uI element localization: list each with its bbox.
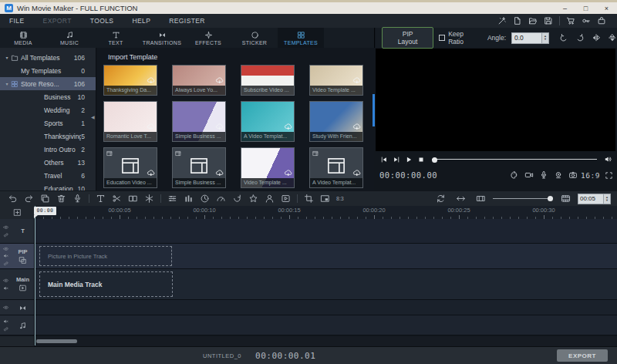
portrait-button[interactable]: [261, 194, 278, 204]
tool-divider[interactable]: [86, 194, 93, 203]
template-card[interactable]: A Video Templat...: [241, 101, 295, 142]
sidebar-item-education[interactable]: Education 10: [0, 182, 96, 190]
tab-transitions[interactable]: TRANSITIONS: [139, 28, 185, 48]
tool-divider[interactable]: [157, 194, 164, 203]
bag-icon[interactable]: [597, 16, 606, 25]
zoom-slider-thumb[interactable]: [548, 196, 553, 201]
aspect-ratio-display[interactable]: 16:9: [581, 171, 600, 180]
manage-tracks-button[interactable]: [0, 206, 35, 219]
track-header[interactable]: [0, 300, 35, 315]
track-lane[interactable]: Picture in Picture Track: [35, 244, 617, 268]
download-cloud-icon[interactable]: [284, 76, 292, 85]
seek-slider[interactable]: [432, 156, 597, 163]
sidebar-item-others[interactable]: Others 13: [0, 156, 96, 169]
menu-register[interactable]: REGISTER: [160, 17, 214, 25]
sidebar-item-store-resources[interactable]: ▾ Store Reso... 106: [0, 77, 96, 90]
eye-icon[interactable]: [3, 224, 9, 231]
track-header[interactable]: Main: [0, 269, 35, 299]
track-lane[interactable]: [35, 300, 617, 315]
magic-wand-icon[interactable]: [497, 16, 507, 25]
speed-button[interactable]: [213, 194, 229, 204]
eye-icon[interactable]: [3, 278, 9, 284]
template-card[interactable]: Romantic Love T...: [103, 101, 157, 142]
crop-button[interactable]: [301, 194, 317, 204]
mute-icon[interactable]: [3, 232, 9, 238]
template-card[interactable]: Study With Frien...: [309, 101, 363, 142]
aspect-ratio-tool-label[interactable]: 8:3: [333, 196, 347, 201]
timeline-ruler[interactable]: 00:00:0000:00:0500:00:1000:00:1500:00:20…: [35, 206, 617, 219]
download-cloud-icon[interactable]: [215, 123, 224, 131]
video-camera-icon[interactable]: [524, 170, 534, 180]
download-cloud-icon[interactable]: [215, 76, 224, 85]
adjust-button[interactable]: [164, 194, 180, 204]
new-file-icon[interactable]: [513, 16, 522, 25]
track-header[interactable]: [0, 315, 35, 335]
clip-placeholder[interactable]: Main Media Track: [39, 271, 173, 297]
status-timecode[interactable]: 00:00:00.01: [255, 351, 315, 361]
menu-tools[interactable]: TOOLS: [81, 17, 123, 25]
playhead[interactable]: [35, 206, 35, 345]
link-icon[interactable]: [3, 261, 9, 267]
webcam-icon[interactable]: [554, 170, 563, 180]
microphone-icon[interactable]: [539, 170, 548, 180]
export-button[interactable]: EXPORT: [557, 349, 608, 362]
save-icon[interactable]: [544, 16, 553, 25]
download-cloud-icon[interactable]: [352, 123, 361, 131]
download-cloud-icon[interactable]: [147, 123, 155, 131]
template-card[interactable]: Video Template ...: [241, 147, 295, 188]
eye-icon[interactable]: [3, 305, 9, 311]
download-cloud-icon[interactable]: [147, 76, 155, 85]
angle-spinner[interactable]: ▲▼: [542, 32, 549, 44]
eye-icon[interactable]: [3, 246, 9, 252]
fullscreen-icon[interactable]: [605, 171, 613, 180]
template-card[interactable]: Subscribe Video ...: [241, 65, 295, 96]
sidebar-item-thanksgiving[interactable]: Thanksgiving 5: [0, 130, 96, 143]
template-card[interactable]: Video Template ...: [309, 65, 363, 96]
download-cloud-icon[interactable]: [284, 123, 292, 131]
keep-ratio-checkbox[interactable]: Keep Ratio: [439, 30, 480, 46]
track-lane[interactable]: [35, 219, 617, 243]
timeline-zoom-slider[interactable]: [493, 195, 553, 203]
snapshot-icon[interactable]: [568, 170, 578, 180]
tab-media[interactable]: MEDIA: [0, 28, 46, 48]
frame-button[interactable]: [278, 194, 294, 204]
tab-templates[interactable]: TEMPLATES: [278, 28, 324, 48]
caret-down-icon[interactable]: ▾: [3, 55, 11, 60]
download-cloud-icon[interactable]: [147, 169, 155, 177]
clip-thumbnail-view-icon[interactable]: [559, 194, 571, 204]
download-cloud-icon[interactable]: [284, 169, 292, 177]
sidebar-item-my-templates[interactable]: My Templates 0: [0, 64, 96, 77]
angle-input[interactable]: [511, 32, 542, 44]
text-tool-button[interactable]: [93, 194, 109, 204]
track-height-button[interactable]: [474, 194, 487, 204]
color-palette-icon[interactable]: [510, 170, 519, 180]
timeline-hscroll-thumb[interactable]: [36, 339, 77, 343]
library-scrollbar[interactable]: [373, 94, 375, 126]
stop-button[interactable]: [417, 156, 425, 163]
tab-sticker[interactable]: STICKER: [231, 28, 278, 48]
render-preview-button[interactable]: [434, 194, 447, 204]
track-header[interactable]: PIP: [0, 244, 35, 268]
tab-effects[interactable]: EFFECTS: [185, 28, 231, 48]
sidebar-item-travel[interactable]: Travel 6: [0, 169, 96, 182]
rotate-left-icon[interactable]: [559, 33, 568, 42]
template-card[interactable]: Thanksgiving Da...: [103, 65, 157, 96]
timeline-hscrollbar[interactable]: [0, 336, 617, 346]
split-button[interactable]: [109, 194, 125, 204]
flip-horizontal-icon[interactable]: [592, 33, 601, 42]
sidebar-item-business[interactable]: Business 10: [0, 90, 96, 103]
pip-layout-button[interactable]: PIP Layout: [382, 27, 433, 49]
template-card[interactable]: Education Video ...: [103, 147, 157, 188]
duration-button[interactable]: [197, 194, 213, 204]
audio-mixer-button[interactable]: [180, 194, 197, 204]
eye-icon[interactable]: [3, 318, 9, 325]
clip-duration-input[interactable]: [578, 194, 604, 204]
next-frame-button[interactable]: [393, 156, 400, 163]
minimize-button[interactable]: –: [555, 2, 575, 14]
sidebar-item-all-templates[interactable]: ▾ All Templates 106: [0, 51, 96, 64]
fit-timeline-button[interactable]: [454, 194, 467, 204]
sidebar-item-intro-outro[interactable]: Intro Outro 2: [0, 143, 96, 156]
duration-spinner[interactable]: ▲▼: [604, 194, 611, 204]
menu-help[interactable]: HELP: [123, 17, 160, 25]
template-card[interactable]: Simple Business ...: [172, 101, 226, 142]
